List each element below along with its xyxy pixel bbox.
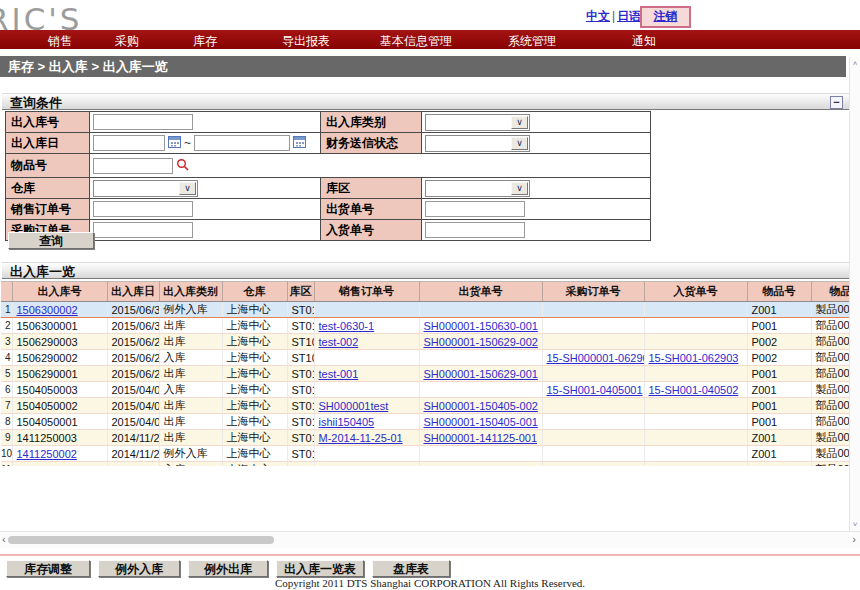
cell-link[interactable]: SH000001-150629-002 <box>424 336 538 348</box>
nav-item-basic-info[interactable]: 基本信息管理 <box>380 33 452 50</box>
table-cell: 部品002 <box>811 334 850 350</box>
table-cell: Z001 <box>747 430 811 446</box>
inout-date-from-input[interactable] <box>93 135 165 151</box>
table-cell: 部品001 <box>811 318 850 334</box>
inout-list-report-button[interactable]: 出入库一览表 <box>276 560 364 577</box>
sales-order-input[interactable] <box>93 201 193 217</box>
table-cell: ST01 <box>287 398 314 414</box>
cell-link[interactable]: test-001 <box>319 368 359 380</box>
table-cell: 出库 <box>159 318 222 334</box>
table-cell: 2014/11/25 <box>107 446 159 462</box>
cell-link[interactable]: 15-SH001-040502 <box>649 384 739 396</box>
inout-no-label: 出入库号 <box>6 112 90 132</box>
table-cell: 1506300002 <box>12 302 107 318</box>
cell-link[interactable]: 1411250002 <box>17 448 77 460</box>
horizontal-scroll-thumb[interactable] <box>8 536 274 544</box>
table-cell: 出库 <box>159 398 222 414</box>
inout-type-select[interactable]: ∨ <box>425 114 530 131</box>
table-cell: 上海中心 <box>222 398 287 414</box>
cell-link[interactable]: M-2014-11-25-01 <box>319 432 403 444</box>
cell-link[interactable]: 14-SH001-1125001 <box>547 464 642 467</box>
calendar-icon[interactable] <box>168 135 181 151</box>
logout-button[interactable]: 注销 <box>640 6 691 28</box>
cell-link[interactable]: 15-SH000001-0629001 <box>547 352 645 364</box>
collapse-button[interactable]: − <box>830 96 843 109</box>
scroll-up-icon[interactable]: ˄ <box>850 59 860 68</box>
table-cell <box>644 334 747 350</box>
row-number: 7 <box>1 398 12 414</box>
table-cell: ST01 <box>287 414 314 430</box>
exception-inbound-button[interactable]: 例外入库 <box>98 560 180 577</box>
purchase-order-input[interactable] <box>93 222 193 238</box>
table-cell: 出库 <box>159 366 222 382</box>
inout-table-body: 115063000022015/06/30例外入库上海中心ST01Z001製品0… <box>1 302 850 467</box>
warehouse-select[interactable]: ∨ <box>93 180 198 197</box>
column-header: 采购订单号 <box>542 282 644 302</box>
table-cell: 出库 <box>159 334 222 350</box>
finance-status-select[interactable]: ∨ <box>425 135 530 152</box>
lang-japanese-link[interactable]: 日语 <box>617 9 641 23</box>
table-cell: 1506290002 <box>12 350 107 366</box>
inout-no-input[interactable] <box>93 114 193 130</box>
table-cell: 部品001 <box>811 414 850 430</box>
scroll-right-icon[interactable]: › <box>852 533 856 545</box>
copyright-text: Copyright 2011 DTS Shanghai CORPORATION … <box>0 577 860 589</box>
table-cell: ST10 <box>287 334 314 350</box>
area-label: 库区 <box>320 178 422 198</box>
exception-outbound-button[interactable]: 例外出库 <box>188 560 268 577</box>
calendar-icon[interactable] <box>293 135 306 151</box>
search-button[interactable]: 查询 <box>8 232 94 249</box>
table-cell: 上海中心 <box>222 430 287 446</box>
table-cell: 1411250003 <box>12 430 107 446</box>
nav-item-inventory[interactable]: 库存 <box>193 33 217 50</box>
cell-link[interactable]: ishii150405 <box>319 416 375 428</box>
cell-link[interactable]: test-0630-1 <box>319 320 375 332</box>
table-cell: SH000001-150405-001 <box>419 414 542 430</box>
nav-item-system-admin[interactable]: 系统管理 <box>508 33 556 50</box>
table-cell: 2015/04/05 <box>107 414 159 430</box>
table-cell <box>419 350 542 366</box>
inout-date-to-input[interactable] <box>194 135 290 151</box>
cell-link[interactable]: SH000001-150629-001 <box>424 368 538 380</box>
stock-adjust-button[interactable]: 库存调整 <box>6 560 90 577</box>
table-cell <box>542 446 644 462</box>
table-cell: test-001 <box>314 366 419 382</box>
table-cell: 15-SH001-0405001 <box>542 382 644 398</box>
item-no-input[interactable] <box>93 158 173 174</box>
scroll-down-icon[interactable]: ˅ <box>850 520 860 529</box>
nav-item-purchase[interactable]: 采购 <box>115 33 139 50</box>
cell-link[interactable]: SH000001-150630-001 <box>424 320 538 332</box>
cell-link[interactable]: 15-SH001-062903 <box>649 352 739 364</box>
row-number: 10 <box>1 446 12 462</box>
cell-link[interactable]: SH000001-141125-001 <box>424 432 538 444</box>
cell-link[interactable]: SH000001test <box>319 400 389 412</box>
lang-chinese-link[interactable]: 中文 <box>586 9 610 23</box>
cell-link[interactable]: SH000001-150405-001 <box>424 416 538 428</box>
nav-item-export-reports[interactable]: 导出报表 <box>282 33 330 50</box>
table-cell <box>644 366 747 382</box>
horizontal-scrollbar[interactable]: ‹ › <box>0 531 860 548</box>
area-select[interactable]: ∨ <box>425 180 530 197</box>
table-row: 215063000012015/06/30出库上海中心ST01test-0630… <box>1 318 850 334</box>
stocktake-report-button[interactable]: 盘库表 <box>372 560 450 577</box>
column-header: 出入库日 <box>107 282 159 302</box>
nav-item-sales[interactable]: 销售 <box>48 33 72 50</box>
cell-link[interactable]: 15-SH001-0405001 <box>547 384 643 396</box>
nav-item-notice[interactable]: 通知 <box>632 33 656 50</box>
search-lookup-icon[interactable] <box>176 158 189 174</box>
column-header: 物品名 <box>811 282 850 302</box>
cell-link[interactable]: 14-SH001-112501 <box>649 464 738 467</box>
cell-link[interactable]: 1506300002 <box>17 304 78 316</box>
vertical-scrollbar[interactable]: ˄ ˅ <box>849 57 860 531</box>
table-cell: 1506300001 <box>12 318 107 334</box>
cell-link[interactable]: test-002 <box>319 336 359 348</box>
row-number: 4 <box>1 350 12 366</box>
cell-link[interactable]: SH000001-150405-002 <box>424 400 538 412</box>
query-section-header: 查询条件 − <box>2 93 850 110</box>
shipment-no-input[interactable] <box>425 201 525 217</box>
incoming-no-input[interactable] <box>425 222 525 238</box>
table-cell: 部品001 <box>811 398 850 414</box>
finance-status-label: 财务送信状态 <box>320 133 422 153</box>
table-row: 615040500032015/04/05入库上海中心ST0115-SH001-… <box>1 382 850 398</box>
scroll-left-icon[interactable]: ‹ <box>2 533 6 545</box>
